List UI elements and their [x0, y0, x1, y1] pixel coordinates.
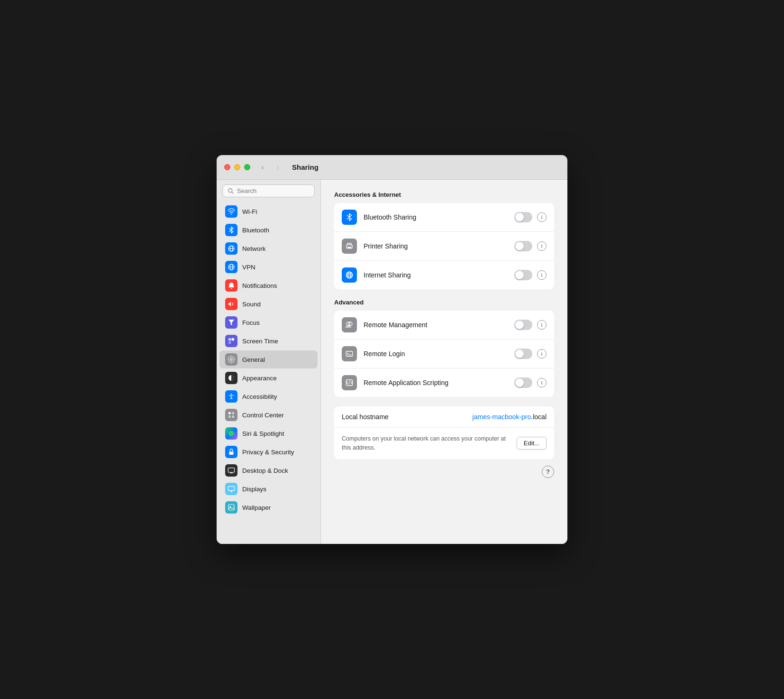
sidebar-item-privacy-security[interactable]: Privacy & Security — [219, 443, 318, 461]
svg-rect-19 — [228, 487, 234, 491]
sidebar-item-screen-time[interactable]: Screen Time — [219, 332, 318, 350]
sidebar-item-label-bluetooth: Bluetooth — [242, 227, 269, 234]
remote-login-info[interactable]: i — [537, 349, 547, 359]
content-area: Wi-FiBluetoothNetworkVPNNotificationsSou… — [217, 180, 567, 544]
titlebar: ‹ › Sharing — [217, 155, 567, 180]
hostname-suffix: .local — [531, 413, 547, 421]
remote-scripting-toggle[interactable] — [514, 377, 532, 388]
sidebar-item-siri-spotlight[interactable]: Siri & Spotlight — [219, 424, 318, 442]
minimize-button[interactable] — [234, 164, 240, 170]
svg-rect-15 — [232, 415, 234, 418]
search-input[interactable] — [237, 187, 310, 194]
close-button[interactable] — [224, 164, 230, 170]
internet-sharing-toggle[interactable] — [514, 270, 532, 280]
sidebar-item-focus[interactable]: Focus — [219, 313, 318, 331]
sidebar-item-accessibility[interactable]: Accessibility — [219, 387, 318, 405]
svg-rect-8 — [228, 341, 231, 344]
bluetooth-sharing-toggle[interactable] — [514, 212, 532, 222]
sidebar-item-label-screen-time: Screen Time — [242, 338, 278, 345]
sidebar-item-notifications[interactable]: Notifications — [219, 276, 318, 294]
remote-login-row: Remote Login i — [334, 340, 554, 368]
remote-scripting-row: Remote Application Scripting i — [334, 368, 554, 397]
bluetooth-icon — [225, 224, 237, 236]
svg-rect-7 — [232, 338, 234, 340]
sidebar-item-wallpaper[interactable]: Wallpaper — [219, 498, 318, 516]
sidebar-item-appearance[interactable]: Appearance — [219, 369, 318, 387]
printer-sharing-info[interactable]: i — [537, 241, 547, 251]
printer-sharing-row: Printer Sharing i — [334, 232, 554, 261]
accessibility-icon — [225, 390, 237, 403]
forward-button[interactable]: › — [271, 161, 284, 174]
svg-point-24 — [351, 246, 352, 247]
sidebar-item-vpn[interactable]: VPN — [219, 258, 318, 276]
sidebar-item-label-desktop-dock: Desktop & Dock — [242, 467, 288, 474]
remote-login-toggle[interactable] — [514, 349, 532, 359]
svg-rect-6 — [228, 338, 231, 340]
svg-rect-29 — [346, 351, 353, 357]
sidebar-item-label-accessibility: Accessibility — [242, 393, 277, 400]
traffic-lights — [224, 164, 250, 170]
network-icon — [225, 242, 237, 255]
sidebar-items-list: Wi-FiBluetoothNetworkVPNNotificationsSou… — [217, 202, 320, 517]
maximize-button[interactable] — [244, 164, 250, 170]
printer-sharing-toggle[interactable] — [514, 241, 532, 251]
svg-rect-14 — [228, 415, 231, 418]
sidebar-item-label-siri-spotlight: Siri & Spotlight — [242, 430, 284, 437]
back-button[interactable]: ‹ — [256, 161, 269, 174]
remote-management-toggle[interactable] — [514, 320, 532, 330]
printer-sharing-controls: i — [514, 241, 547, 251]
internet-sharing-row: Internet Sharing i — [334, 261, 554, 289]
main-panel: Accessories & Internet Bluetooth Sharing… — [321, 180, 567, 544]
svg-point-28 — [349, 322, 353, 326]
internet-sharing-icon — [342, 267, 357, 283]
remote-login-controls: i — [514, 349, 547, 359]
sidebar-item-label-sound: Sound — [242, 301, 261, 308]
remote-management-icon — [342, 317, 357, 332]
bluetooth-sharing-info[interactable]: i — [537, 212, 547, 222]
sidebar-item-displays[interactable]: Displays — [219, 480, 318, 498]
sound-icon — [225, 298, 237, 310]
hostname-label: Local hostname — [342, 413, 389, 421]
remote-management-row: Remote Management i — [334, 311, 554, 340]
sidebar-item-control-center[interactable]: Control Center — [219, 406, 318, 424]
sidebar-item-general[interactable]: General — [219, 350, 318, 368]
sidebar-item-label-vpn: VPN — [242, 264, 255, 271]
remote-scripting-label: Remote Application Scripting — [364, 379, 508, 386]
sidebar-item-sound[interactable]: Sound — [219, 295, 318, 313]
hostname-card: Local hostname james-macbook-pro.local C… — [334, 406, 554, 459]
remote-management-label: Remote Management — [364, 321, 508, 329]
svg-rect-23 — [347, 247, 351, 248]
sidebar-item-bluetooth[interactable]: Bluetooth — [219, 221, 318, 239]
svg-point-9 — [230, 359, 232, 360]
remote-management-info[interactable]: i — [537, 320, 547, 330]
help-button[interactable]: ? — [542, 466, 554, 478]
internet-sharing-controls: i — [514, 270, 547, 280]
nav-buttons: ‹ › — [256, 161, 284, 174]
sidebar-item-desktop-dock[interactable]: Desktop & Dock — [219, 461, 318, 479]
wifi-icon — [225, 205, 237, 218]
help-row: ? — [334, 464, 554, 480]
general-icon — [225, 353, 237, 366]
focus-icon — [225, 316, 237, 329]
bluetooth-sharing-label: Bluetooth Sharing — [364, 213, 508, 221]
sidebar-item-label-privacy-security: Privacy & Security — [242, 449, 294, 456]
printer-sharing-icon — [342, 239, 357, 254]
internet-sharing-info[interactable]: i — [537, 270, 547, 280]
wallpaper-icon — [225, 501, 237, 514]
search-box[interactable] — [222, 184, 315, 197]
sidebar-item-network[interactable]: Network — [219, 239, 318, 258]
svg-rect-12 — [228, 412, 231, 414]
sidebar-item-label-control-center: Control Center — [242, 412, 284, 419]
search-container — [217, 180, 320, 202]
page-title: Sharing — [292, 163, 319, 171]
svg-rect-17 — [229, 451, 233, 455]
vpn-icon — [225, 261, 237, 273]
sidebar: Wi-FiBluetoothNetworkVPNNotificationsSou… — [217, 180, 321, 544]
svg-point-16 — [228, 431, 234, 436]
remote-scripting-info[interactable]: i — [537, 378, 547, 387]
edit-button[interactable]: Edit... — [517, 437, 547, 450]
siri-spotlight-icon — [225, 427, 237, 440]
sidebar-item-wifi[interactable]: Wi-Fi — [219, 202, 318, 221]
appearance-icon — [225, 372, 237, 384]
remote-management-controls: i — [514, 320, 547, 330]
